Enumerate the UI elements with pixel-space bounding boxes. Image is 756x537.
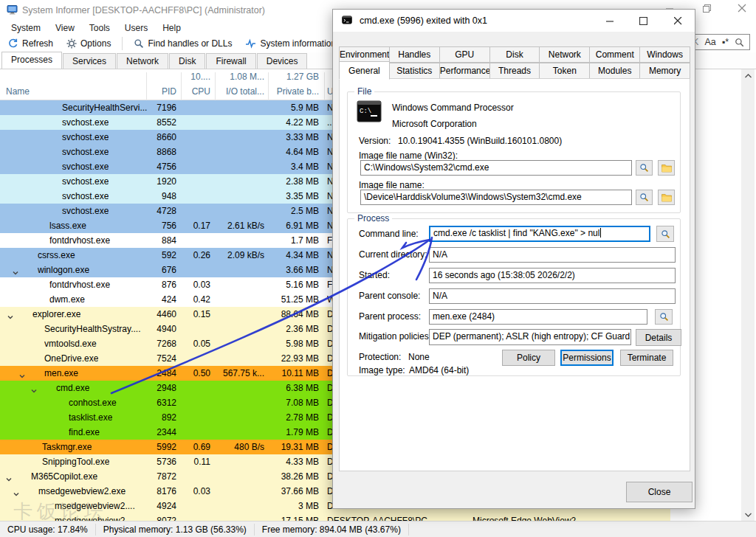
dialog-close-button[interactable] xyxy=(663,10,693,32)
inspect-command-line-button[interactable] xyxy=(656,226,674,242)
inspect-image-native-button[interactable] xyxy=(636,190,653,205)
dialog-tab-network[interactable]: Network xyxy=(540,46,590,63)
close-button[interactable]: Close xyxy=(626,482,693,502)
cell-pid: 7524 xyxy=(146,351,179,366)
cell-private: 5.9 MB xyxy=(268,100,323,115)
dialog-minimize-button[interactable] xyxy=(595,10,625,32)
menu-users[interactable]: Users xyxy=(118,21,154,35)
inspect-parent-button[interactable] xyxy=(655,309,673,325)
search-icon xyxy=(134,38,144,49)
refresh-button[interactable]: Refresh xyxy=(3,36,58,51)
dialog-tab-modules[interactable]: Modules xyxy=(590,63,640,79)
tab-devices[interactable]: Devices xyxy=(257,53,308,69)
cell-cpu: 0.26 xyxy=(181,248,213,263)
tab-firewall[interactable]: Firewall xyxy=(206,53,255,69)
vertical-scrollbar[interactable] xyxy=(741,69,755,521)
cell-private: 2.5 MB xyxy=(268,204,323,218)
system-information-button[interactable]: System information xyxy=(240,36,341,51)
dialog-tab-performance[interactable]: Performance xyxy=(440,63,490,79)
permissions-button[interactable]: Permissions xyxy=(560,350,614,366)
cell-pid: 4924 xyxy=(146,499,179,513)
image-win32-field[interactable]: C:\Windows\System32\cmd.exe xyxy=(360,160,632,176)
tab-disk[interactable]: Disk xyxy=(169,53,205,69)
dialog-tab-general[interactable]: General xyxy=(339,61,390,80)
cell-cpu: 0.03 xyxy=(181,277,213,292)
cell-pid: 8176 xyxy=(146,484,179,499)
column-private-bytes[interactable]: Private b... xyxy=(268,86,323,97)
mitigation-field[interactable]: DEP (permanent); ASLR (high entropy); CF… xyxy=(429,329,631,345)
dialog-tab-windows[interactable]: Windows xyxy=(640,46,690,63)
general-tab-page: File C:\ Windows Command Processor Micro… xyxy=(339,78,690,471)
image-type-label: Image type: xyxy=(359,365,405,375)
match-case-toggle[interactable]: Aa xyxy=(704,37,715,47)
dialog-maximize-button[interactable] xyxy=(628,10,658,32)
options-button[interactable]: Options xyxy=(61,36,116,51)
dialog-tab-disk[interactable]: Disk xyxy=(490,46,540,63)
gear-icon xyxy=(66,38,77,49)
current-directory-field[interactable]: N/A xyxy=(429,247,676,263)
open-folder-native-button[interactable] xyxy=(658,190,675,205)
cell-name: csrss.exe xyxy=(38,248,75,263)
folder-icon xyxy=(662,164,672,173)
main-close-button[interactable] xyxy=(728,0,756,16)
column-pid[interactable]: PID xyxy=(146,86,179,97)
dialog-tab-comment[interactable]: Comment xyxy=(590,46,640,63)
details-button[interactable]: Details xyxy=(636,329,681,346)
cell-cpu: 0.42 xyxy=(181,292,213,307)
dialog-tab-memory[interactable]: Memory xyxy=(640,63,690,79)
parent-process-field[interactable]: men.exe (2484) xyxy=(429,309,647,325)
main-restore-button[interactable] xyxy=(693,0,721,16)
tab-processes[interactable]: Processes xyxy=(1,52,62,69)
menu-help[interactable]: Help xyxy=(156,21,188,35)
cell-pid: 676 xyxy=(146,263,179,277)
cell-io: 2.61 kB/s xyxy=(215,218,268,233)
open-folder-button[interactable] xyxy=(658,160,675,176)
cell-cpu: 0.03 xyxy=(181,484,213,499)
cell-name: svchost.exe xyxy=(62,174,109,189)
tab-network[interactable]: Network xyxy=(117,53,168,69)
cell-pid: 2484 xyxy=(146,366,179,381)
cell-name: winlogon.exe xyxy=(38,263,89,277)
cell-io: 480 B/s xyxy=(215,440,268,454)
version-label: Version: xyxy=(359,136,391,146)
cell-pid: 884 xyxy=(146,233,179,248)
dialog-tab-token[interactable]: Token xyxy=(540,63,590,79)
command-line-field[interactable]: cmd.exe /c tasklist | find "KANG.exe" > … xyxy=(429,226,650,242)
cell-private: 3.33 MB xyxy=(268,130,323,145)
dialog-tab-threads[interactable]: Threads xyxy=(490,63,540,79)
cell-cpu: 0.69 xyxy=(181,440,213,454)
inspect-image-button[interactable] xyxy=(636,160,653,176)
started-field[interactable]: 16 seconds ago (15:38:05 2026/2/2) xyxy=(429,268,676,283)
dialog-tab-handles[interactable]: Handles xyxy=(390,46,440,63)
scroll-down-arrow[interactable] xyxy=(741,508,755,521)
cell-private: 88.64 MB xyxy=(268,307,323,322)
dialog-tab-gpu[interactable]: GPU xyxy=(440,46,490,63)
scroll-up-arrow[interactable] xyxy=(741,69,755,82)
policy-button[interactable]: Policy xyxy=(502,350,555,366)
cell-name: tasklist.exe xyxy=(69,410,112,425)
image-native-field[interactable]: \Device\HarddiskVolume3\Windows\System32… xyxy=(360,190,632,205)
regex-toggle[interactable]: ▪* xyxy=(722,37,729,47)
find-handles-button[interactable]: Find handles or DLLs xyxy=(128,36,237,51)
terminate-button[interactable]: Terminate xyxy=(620,350,673,366)
menu-tools[interactable]: Tools xyxy=(83,21,117,35)
dialog-tab-statistics[interactable]: Statistics xyxy=(390,63,440,79)
cell-pid: 7268 xyxy=(146,336,179,351)
image-native-label: Image file name: xyxy=(359,180,425,190)
cell-private: 6.91 MB xyxy=(268,218,323,233)
dialog-tab-row-1: EnvironmentHandlesGPUDiskNetworkCommentW… xyxy=(339,46,690,63)
column-io-total[interactable]: I/O total... xyxy=(215,86,268,97)
tab-services[interactable]: Services xyxy=(63,53,116,69)
cell-pid: 948 xyxy=(146,189,179,204)
status-segment-1: Physical memory: 1.13 GB (56.33%) xyxy=(96,524,255,536)
column-cpu[interactable]: CPU xyxy=(181,86,213,97)
parent-console-field[interactable]: N/A xyxy=(429,288,676,304)
column-name[interactable]: Name xyxy=(6,86,30,97)
cell-pid: 876 xyxy=(146,277,179,292)
dialog-tab-environment[interactable]: Environment xyxy=(339,46,390,63)
menu-view[interactable]: View xyxy=(49,21,81,35)
cell-name: fontdrvhost.exe xyxy=(49,277,110,292)
cell-pid: 8552 xyxy=(146,115,179,130)
started-label: Started: xyxy=(359,270,390,280)
menu-system[interactable]: System xyxy=(4,21,47,35)
